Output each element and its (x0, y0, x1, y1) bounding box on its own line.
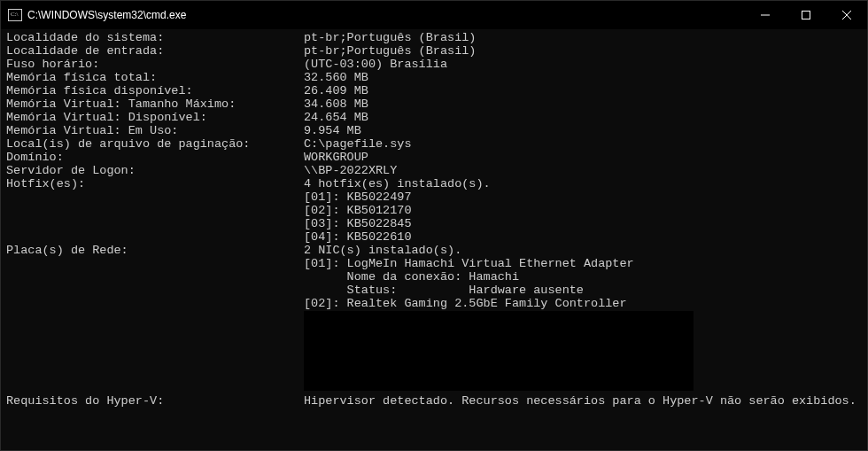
output-line: [04]: KB5022610 (6, 230, 862, 244)
line-value: Nome da conexão: Hamachi (304, 270, 519, 284)
line-label: Domínio: (6, 151, 304, 164)
output-line: Servidor de Logon:\\BP-2022XRLY (6, 164, 862, 177)
minimize-button[interactable] (745, 1, 786, 29)
line-value: 26.409 MB (304, 84, 368, 97)
line-value: 32.560 MB (304, 71, 368, 84)
line-label: Fuso horário: (6, 58, 304, 71)
cmd-icon: C:\ (8, 8, 22, 22)
line-value: pt-br;Português (Brasil) (304, 31, 476, 44)
line-value: [04]: KB5022610 (304, 230, 412, 244)
output-line: Memória física total:32.560 MB (6, 71, 862, 84)
line-value: (UTC-03:00) Brasília (304, 58, 447, 71)
line-value: 2 NIC(s) instalado(s). (304, 244, 461, 257)
window-title: C:\WINDOWS\system32\cmd.exe (27, 9, 186, 21)
line-value: Status: Hardware ausente (304, 284, 584, 297)
line-value: [01]: KB5022497 (304, 191, 412, 204)
output-line: Hotfix(es):4 hotfix(es) instalado(s). (6, 177, 862, 191)
output-line: Status: Hardware ausente (6, 284, 862, 297)
close-button[interactable] (826, 1, 867, 29)
line-value: 34.608 MB (304, 97, 368, 111)
output-line: Domínio:WORKGROUP (6, 151, 862, 164)
line-label: Requisitos do Hyper-V: (6, 394, 304, 408)
output-line: [03]: KB5022845 (6, 217, 862, 230)
output-line: Local(is) de arquivo de paginação:C:\pag… (6, 137, 862, 151)
window-controls (745, 1, 867, 29)
redacted-block (304, 311, 694, 391)
output-line: [01]: LogMeIn Hamachi Virtual Ethernet A… (6, 257, 862, 270)
line-value: [03]: KB5022845 (304, 217, 412, 230)
line-value: 24.654 MB (304, 111, 368, 124)
line-label: Memória Virtual: Em Uso: (6, 124, 304, 137)
line-label: Memória física total: (6, 71, 304, 84)
output-line: [02]: Realtek Gaming 2.5GbE Family Contr… (6, 297, 862, 310)
cmd-window: C:\ C:\WINDOWS\system32\cmd.exe Localida… (0, 0, 868, 451)
output-line: Localidade de entrada:pt-br;Português (B… (6, 44, 862, 58)
svg-text:C:\: C:\ (11, 11, 19, 18)
line-value: pt-br;Português (Brasil) (304, 44, 476, 58)
line-label: Servidor de Logon: (6, 164, 304, 177)
output-line: Memória física disponível:26.409 MB (6, 84, 862, 97)
output-line: Memória Virtual: Disponível:24.654 MB (6, 111, 862, 124)
line-label: Local(is) de arquivo de paginação: (6, 137, 304, 151)
output-line: Memória Virtual: Em Uso:9.954 MB (6, 124, 862, 137)
line-label: Hotfix(es): (6, 177, 304, 191)
line-value: [02]: KB5012170 (304, 204, 412, 217)
line-value: 4 hotfix(es) instalado(s). (304, 177, 491, 191)
line-label: Memória física disponível: (6, 84, 304, 97)
line-label: Memória Virtual: Disponível: (6, 111, 304, 124)
terminal-output[interactable]: Localidade do sistema:pt-br;Português (B… (1, 29, 867, 450)
output-line: [02]: KB5012170 (6, 204, 862, 217)
line-value: \\BP-2022XRLY (304, 164, 397, 177)
titlebar-left: C:\ C:\WINDOWS\system32\cmd.exe (1, 8, 186, 22)
titlebar[interactable]: C:\ C:\WINDOWS\system32\cmd.exe (1, 1, 867, 29)
output-line: [01]: KB5022497 (6, 191, 862, 204)
line-value: [02]: Realtek Gaming 2.5GbE Family Contr… (304, 297, 627, 310)
output-line: Fuso horário:(UTC-03:00) Brasília (6, 58, 862, 71)
output-line: Requisitos do Hyper-V:Hipervisor detecta… (6, 394, 862, 408)
line-label: Memória Virtual: Tamanho Máximo: (6, 97, 304, 111)
line-value: C:\pagefile.sys (304, 137, 412, 151)
output-line: Memória Virtual: Tamanho Máximo:34.608 M… (6, 97, 862, 111)
output-line: Nome da conexão: Hamachi (6, 270, 862, 284)
output-line: Localidade do sistema:pt-br;Português (B… (6, 31, 862, 44)
line-value: Hipervisor detectado. Recursos necessári… (304, 394, 856, 408)
line-label: Placa(s) de Rede: (6, 244, 304, 257)
maximize-button[interactable] (786, 1, 826, 29)
line-label: Localidade do sistema: (6, 31, 304, 44)
line-value: WORKGROUP (304, 151, 368, 164)
line-value: 9.954 MB (304, 124, 361, 137)
output-line: Placa(s) de Rede:2 NIC(s) instalado(s). (6, 244, 862, 257)
line-value: [01]: LogMeIn Hamachi Virtual Ethernet A… (304, 257, 634, 270)
svg-rect-3 (802, 12, 810, 19)
line-label: Localidade de entrada: (6, 44, 304, 58)
